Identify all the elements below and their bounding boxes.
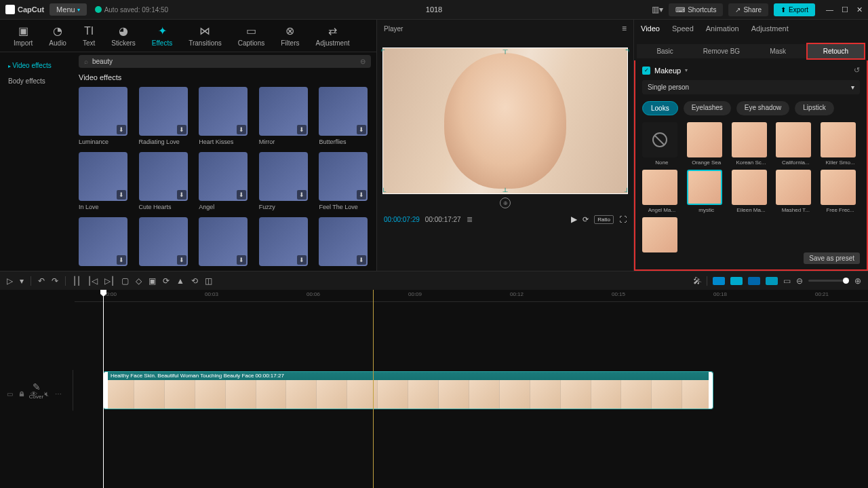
look-item[interactable]: Mashed T... — [776, 170, 815, 213]
inspector-tab-adjustment[interactable]: Adjustment — [751, 24, 789, 33]
tab-audio[interactable]: ◔Audio — [41, 22, 75, 50]
tab-effects[interactable]: ✦Effects — [144, 22, 180, 50]
snap-toggle-1[interactable] — [713, 277, 725, 285]
timeline-ruler[interactable]: 00:00 00:03 00:06 00:09 00:12 00:15 00:1… — [75, 290, 868, 302]
effect-item[interactable]: ⬇Fuzzy — [259, 152, 311, 210]
makeup-checkbox[interactable]: ✓ — [642, 67, 650, 75]
refresh-icon[interactable]: ⟳ — [163, 276, 170, 286]
inspector-tab-animation[interactable]: Animation — [706, 24, 739, 33]
look-item[interactable]: Killer Smo... — [821, 122, 860, 166]
download-icon[interactable]: ⬇ — [117, 190, 126, 200]
look-item[interactable]: Eileen Ma... — [732, 170, 771, 213]
subtab-mask[interactable]: Mask — [750, 44, 806, 58]
effect-item[interactable]: ⬇ — [259, 217, 311, 266]
reset-icon[interactable]: ↺ — [854, 66, 860, 75]
crop-handle[interactable]: ┴ — [502, 188, 507, 195]
crop-handle[interactable]: ┬ — [502, 46, 507, 54]
zoom-in-icon[interactable]: ⊕ — [854, 276, 861, 286]
layout-icon[interactable]: ▥▾ — [652, 5, 663, 14]
download-icon[interactable]: ⬇ — [117, 255, 126, 265]
effect-item[interactable]: ⬇Angel — [199, 152, 251, 210]
tab-stickers[interactable]: ◕Stickers — [103, 22, 144, 50]
undo-icon[interactable]: ↶ — [38, 276, 45, 286]
effect-item[interactable]: ⬇Heart Kisses — [199, 87, 251, 145]
maximize-button[interactable]: ☐ — [842, 5, 848, 14]
lock-icon[interactable]: 🔒︎ — [18, 390, 25, 398]
pill-looks[interactable]: Looks — [642, 101, 678, 115]
download-icon[interactable]: ⬇ — [297, 190, 307, 200]
look-item[interactable]: Angel Ma... — [642, 170, 682, 213]
mute-icon[interactable]: 🔇︎ — [43, 390, 50, 398]
subtab-retouch[interactable]: Retouch — [806, 43, 865, 60]
focus-icon[interactable]: ⟳ — [583, 215, 589, 224]
effect-item[interactable]: ⬇ — [139, 217, 191, 266]
playhead[interactable] — [103, 290, 104, 488]
zoom-out-icon[interactable]: ⊖ — [796, 276, 803, 286]
tab-transitions[interactable]: ⋈Transitions — [180, 22, 230, 50]
chevron-down-icon[interactable]: ▾ — [685, 67, 688, 73]
sidebar-item-body-effects[interactable]: Body effects — [3, 73, 71, 89]
download-icon[interactable]: ⬇ — [117, 125, 126, 134]
look-item[interactable]: Korean Sc... — [732, 122, 771, 166]
scrub-line[interactable] — [373, 290, 374, 488]
clip-handle-right[interactable] — [709, 372, 713, 409]
eye-icon[interactable]: 👁︎ — [31, 390, 37, 398]
more-icon[interactable]: ⋯ — [55, 390, 62, 398]
chevron-down-icon[interactable]: ▾ — [20, 276, 24, 286]
fullscreen-icon[interactable]: ⛶ — [619, 215, 627, 224]
copy-icon[interactable]: ▣ — [149, 276, 156, 286]
download-icon[interactable]: ⬇ — [357, 190, 366, 200]
preview-icon[interactable]: ▭ — [783, 276, 791, 286]
effects-search[interactable]: ⌕ ⊖ — [79, 55, 371, 68]
tab-text[interactable]: TIText — [75, 22, 103, 50]
snap-toggle-4[interactable] — [766, 277, 778, 285]
subtab-removebg[interactable]: Remove BG — [693, 44, 749, 58]
pill-eyelashes[interactable]: Eyelashes — [684, 101, 731, 115]
download-icon[interactable]: ⬇ — [177, 125, 186, 134]
effect-item[interactable]: ⬇Radiating Love — [139, 87, 191, 145]
crop-icon[interactable]: ◫ — [205, 276, 212, 286]
list-icon[interactable]: ≣ — [467, 215, 473, 224]
split-icon[interactable]: ⎮⎮ — [73, 276, 81, 286]
search-input[interactable] — [92, 58, 356, 65]
crop-handle[interactable]: └ — [381, 188, 386, 195]
download-icon[interactable]: ⬇ — [177, 255, 186, 265]
snap-toggle-2[interactable] — [730, 277, 743, 285]
export-button[interactable]: ⬆ Export — [774, 3, 815, 16]
pill-eyeshadow[interactable]: Eye shadow — [736, 101, 789, 115]
trim-right-icon[interactable]: ▷⎮ — [104, 276, 115, 286]
timeline[interactable]: 00:00 00:03 00:06 00:09 00:12 00:15 00:1… — [0, 290, 868, 488]
select-tool-icon[interactable]: ▷ — [7, 276, 13, 286]
crop-handle[interactable]: ⌐ — [381, 46, 385, 54]
download-icon[interactable]: ⬇ — [297, 125, 307, 134]
play-button[interactable]: ▶ — [571, 214, 577, 224]
viewport-center-icon[interactable]: ⊕ — [500, 198, 511, 208]
tab-filters[interactable]: ⊗Filters — [273, 22, 307, 50]
sidebar-item-video-effects[interactable]: Video effects — [3, 58, 71, 73]
download-icon[interactable]: ⬇ — [177, 190, 186, 200]
mic-icon[interactable]: 🎤︎ — [693, 276, 701, 286]
tab-captions[interactable]: ▭Captions — [230, 22, 273, 50]
zoom-slider[interactable] — [808, 280, 849, 282]
pill-lipstick[interactable]: Lipstick — [795, 101, 833, 115]
delete-icon[interactable]: ▢ — [121, 276, 129, 286]
download-icon[interactable]: ⬇ — [237, 125, 246, 134]
effect-item[interactable]: ⬇ — [319, 217, 371, 266]
look-item[interactable]: Free Frec... — [821, 170, 860, 213]
close-button[interactable]: ✕ — [856, 5, 863, 14]
minimize-button[interactable]: — — [826, 5, 833, 14]
clear-icon[interactable]: ⊖ — [360, 58, 366, 65]
video-clip[interactable]: Healthy Face Skin. Beautiful Woman Touch… — [103, 371, 713, 409]
download-icon[interactable]: ⬇ — [357, 255, 366, 265]
player-viewport[interactable]: ⌐ ┬ ¬ └ ┴ ┘ ⊕ — [382, 48, 628, 194]
clip-handle-left[interactable] — [104, 372, 108, 409]
effect-item[interactable]: ⬇ — [199, 217, 251, 266]
mirror-icon[interactable]: ▲ — [176, 276, 184, 286]
effect-item[interactable]: ⬇Butterflies — [319, 87, 371, 145]
rotate-icon[interactable]: ⟲ — [191, 276, 198, 286]
shield-icon[interactable]: ◇ — [136, 276, 142, 286]
effect-item[interactable]: ⬇Feel The Love — [319, 152, 371, 210]
effect-item[interactable]: ⬇ — [79, 217, 131, 266]
save-preset-button[interactable]: Save as preset — [804, 252, 860, 264]
inspector-tab-video[interactable]: Video — [641, 24, 660, 33]
